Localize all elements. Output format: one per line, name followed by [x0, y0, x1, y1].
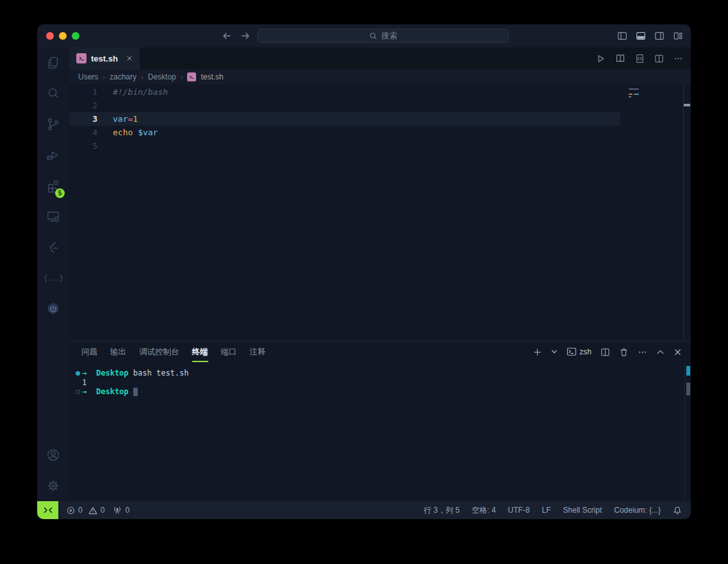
error-count: 0 [78, 506, 83, 515]
terminal-output-text: 1 [82, 378, 87, 388]
editor-scrollbar[interactable] [683, 85, 691, 341]
line-number[interactable]: 4 [69, 126, 97, 139]
terminal-scrollbar[interactable] [684, 363, 691, 501]
split-terminal-icon[interactable] [600, 347, 610, 357]
terminal-command-text: bash test.sh [133, 369, 189, 378]
sidebar-item-remote-explorer[interactable] [38, 201, 69, 232]
panel-more-actions-icon[interactable] [638, 347, 647, 357]
search-icon [369, 32, 377, 40]
new-terminal-icon[interactable] [533, 347, 542, 357]
sidebar-item-braces-extension[interactable]: {...} [38, 263, 69, 294]
remote-indicator[interactable] [37, 501, 58, 519]
split-editor-icon[interactable] [654, 54, 664, 63]
indentation[interactable]: 空格: 4 [472, 505, 495, 516]
desktop-background: 搜索 [0, 0, 728, 564]
forward-arrow-icon[interactable] [240, 31, 251, 41]
radio-tower-icon [113, 506, 122, 515]
code-token: echo [113, 128, 133, 137]
run-file-icon[interactable] [596, 54, 606, 63]
maximize-window-button[interactable] [72, 32, 79, 40]
tab-title: test.sh [91, 54, 118, 63]
extensions-badge: 5 [55, 188, 65, 198]
terminal-output[interactable]: → Desktop bash test.sh 1 → Deskt [69, 362, 691, 501]
terminal-scrollbar-thumb[interactable] [686, 383, 690, 395]
close-panel-icon[interactable] [674, 348, 682, 356]
open-preview-icon[interactable] [615, 53, 625, 63]
breadcrumb-segment[interactable]: Desktop [148, 72, 176, 81]
toggle-panel-icon[interactable] [636, 31, 646, 41]
code-line[interactable]: 1 #!/bin/bash [69, 85, 691, 99]
sidebar-item-leetcode[interactable] [38, 232, 69, 263]
terminal-dropdown-chevron-icon[interactable] [551, 349, 558, 355]
tab-ports[interactable]: 端口 [221, 342, 237, 362]
sidebar-item-explorer[interactable] [38, 47, 69, 78]
sidebar-item-source-control[interactable] [38, 109, 69, 140]
sidebar-item-run-debug[interactable] [38, 140, 69, 170]
language-mode[interactable]: Shell Script [563, 506, 602, 515]
minimize-window-button[interactable] [59, 32, 67, 40]
code-line[interactable]: 2 [69, 99, 691, 112]
scrollbar-cursor-marker [684, 104, 690, 106]
line-number[interactable]: 1 [69, 85, 97, 99]
customize-layout-icon[interactable] [673, 31, 683, 41]
code-line[interactable]: 5 [69, 139, 691, 153]
line-number[interactable]: 2 [69, 99, 97, 112]
code-editor[interactable]: 1 #!/bin/bash 2 3 var=1 4 echo $var [69, 85, 691, 341]
tab-terminal[interactable]: 终端 [192, 342, 208, 362]
sidebar-item-spring-boot[interactable] [38, 294, 69, 324]
code-line-current[interactable]: 3 var=1 [69, 112, 620, 126]
prompt-decoration-icon[interactable] [73, 390, 82, 394]
tab-comments[interactable]: 注释 [250, 342, 266, 362]
code-token: $var [133, 128, 158, 137]
maximize-panel-chevron-icon[interactable] [656, 348, 665, 356]
sidebar-item-extensions[interactable]: 5 [38, 170, 69, 201]
kill-terminal-trash-icon[interactable] [619, 347, 629, 357]
cursor-position[interactable]: 行 3，列 5 [424, 505, 459, 516]
traffic-lights [46, 32, 79, 40]
gear-icon [46, 478, 61, 494]
notifications-bell-icon[interactable] [673, 506, 682, 515]
toggle-primary-sidebar-icon[interactable] [617, 31, 627, 41]
git-branch-icon [46, 117, 61, 132]
tab-debug-console[interactable]: 调试控制台 [139, 342, 179, 362]
account-button[interactable] [38, 440, 69, 470]
tab-test-sh[interactable]: test.sh [69, 47, 140, 69]
ports-status[interactable]: 0 [113, 506, 129, 515]
breadcrumb-segment[interactable]: Users [78, 72, 98, 81]
toggle-secondary-sidebar-icon[interactable] [654, 31, 665, 41]
minimap[interactable] [624, 86, 682, 341]
back-arrow-icon[interactable] [222, 31, 232, 41]
leetcode-icon [46, 240, 61, 255]
chevron-right-icon: › [103, 73, 105, 81]
command-decoration-icon[interactable] [73, 371, 82, 376]
more-actions-icon[interactable] [674, 54, 683, 63]
file-code-icon[interactable] [635, 54, 645, 63]
tab-close-icon[interactable] [126, 55, 133, 62]
titlebar: 搜索 [37, 24, 691, 47]
code-line[interactable]: 4 echo $var [69, 126, 691, 139]
breadcrumb-segment[interactable]: zachary [110, 72, 136, 81]
search-magnifier-icon [46, 86, 61, 101]
encoding[interactable]: UTF-8 [508, 506, 530, 515]
breadcrumb-file[interactable]: test.sh [201, 72, 223, 81]
terminal-instance-zsh[interactable]: zsh [567, 347, 592, 357]
tab-problems[interactable]: 问题 [81, 342, 97, 362]
ports-count: 0 [125, 506, 129, 515]
close-window-button[interactable] [46, 32, 54, 40]
terminal-cursor [133, 388, 138, 396]
search-placeholder: 搜索 [381, 31, 397, 42]
line-number[interactable]: 5 [69, 139, 97, 153]
sidebar-item-search[interactable] [38, 78, 69, 109]
terminal-command-row: → Desktop bash test.sh [73, 369, 691, 378]
shell-label: zsh [579, 347, 592, 356]
prompt-arrow-icon: → [82, 369, 96, 378]
settings-button[interactable] [38, 470, 69, 501]
tab-output[interactable]: 输出 [110, 342, 126, 362]
breadcrumb: Users › zachary › Desktop › test.sh [69, 69, 691, 85]
search-input[interactable]: 搜索 [258, 29, 509, 43]
codeium-status[interactable]: Codeium: {...} [614, 506, 661, 515]
line-number[interactable]: 3 [69, 112, 97, 126]
problems-status[interactable]: 0 0 [67, 506, 104, 515]
eol-sequence[interactable]: LF [542, 506, 551, 515]
error-icon [67, 506, 75, 515]
